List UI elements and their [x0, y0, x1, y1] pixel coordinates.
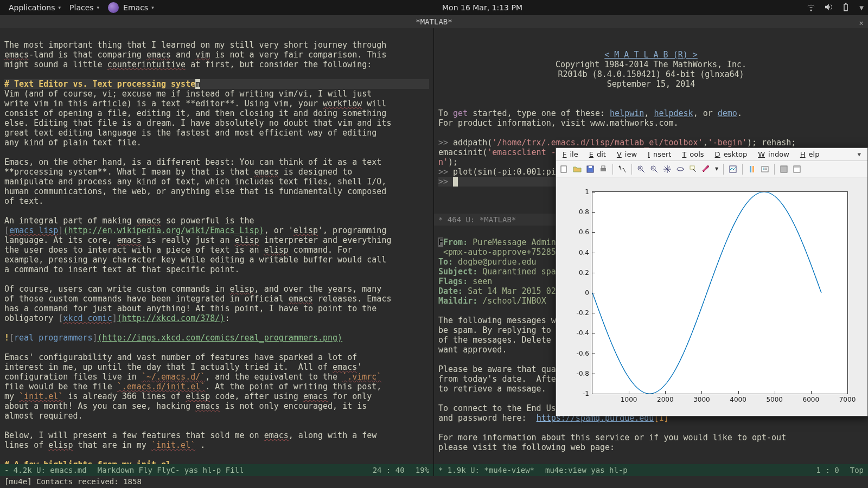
menu-desktop[interactable]: Desktop: [712, 149, 754, 159]
open-icon[interactable]: [571, 163, 583, 175]
svg-rect-15: [794, 166, 800, 168]
svg-rect-0: [561, 166, 566, 172]
clock[interactable]: Mon 16 Mar, 1:13 PM: [438, 3, 527, 12]
legend-icon[interactable]: [759, 163, 771, 175]
emacs-taskbar-entry[interactable]: Emacs▾: [104, 2, 158, 13]
ytick-label: -0.8: [577, 370, 592, 377]
svg-rect-3: [601, 168, 606, 171]
applications-menu[interactable]: Applications▾: [4, 3, 65, 12]
zoom-out-icon[interactable]: [648, 163, 660, 175]
figure-menubar-overflow-icon[interactable]: ▾: [854, 149, 864, 159]
show-tools-icon[interactable]: [791, 163, 803, 175]
save-icon[interactable]: [584, 163, 596, 175]
wifi-icon[interactable]: [806, 2, 816, 14]
left-buffer-emacs-md[interactable]: The most important thing that I learned …: [0, 28, 433, 464]
brush-dropdown-icon[interactable]: ▼: [713, 163, 720, 175]
brush-icon[interactable]: [700, 163, 712, 175]
svg-rect-13: [781, 166, 787, 172]
menu-insert[interactable]: Insert: [644, 149, 678, 159]
matlab-figure-window[interactable]: Figure 1 ▢ ✕ File Edit View Insert Tools…: [556, 147, 868, 416]
xtick-label: 6000: [803, 394, 820, 403]
menu-view[interactable]: View: [614, 149, 643, 159]
echo-area: [mu4e] Contacts received: 1858: [0, 476, 868, 488]
edit-plot-icon[interactable]: [616, 163, 628, 175]
sine-curve: [592, 192, 847, 394]
svg-rect-2: [589, 166, 592, 168]
xtick-label: 3000: [693, 394, 710, 403]
datacursor-icon[interactable]: [687, 163, 699, 175]
svg-rect-8: [690, 166, 694, 169]
ytick-label: -0.6: [577, 350, 592, 357]
ytick-label: 0.8: [579, 208, 592, 216]
svg-rect-4: [602, 166, 605, 168]
ytick-label: 0.6: [579, 228, 592, 236]
ytick-label: -0.4: [577, 329, 592, 337]
menu-file[interactable]: File: [559, 149, 585, 159]
hide-tools-icon[interactable]: [778, 163, 790, 175]
mu4e-modeline: * 1.9k U: *mu4e-view* mu4e:view yas hl-p…: [434, 464, 868, 476]
svg-rect-11: [752, 166, 754, 172]
xtick-label: 7000: [839, 394, 856, 403]
rotate3d-icon[interactable]: [674, 163, 686, 175]
svg-rect-10: [750, 166, 751, 172]
menu-help[interactable]: Help: [797, 149, 826, 159]
svg-rect-12: [762, 166, 768, 172]
print-icon[interactable]: [597, 163, 609, 175]
left-modeline: - 4.2k U: emacs.md Markdown Fly FlyC- ya…: [0, 464, 433, 476]
xtick-label: 1000: [621, 394, 637, 403]
xtick-label: 5000: [766, 394, 783, 403]
xtick-label: 2000: [657, 394, 674, 403]
figure-canvas[interactable]: -1-0.8-0.6-0.4-0.200.20.40.60.8110002000…: [560, 186, 858, 412]
user-menu-caret[interactable]: ▼: [859, 5, 864, 11]
emacs-window-title: *MATLAB* ✕: [0, 15, 868, 28]
gnome-top-panel: Applications▾ Places▾ Emacs▾ Mon 16 Mar,…: [0, 0, 868, 15]
zoom-in-icon[interactable]: [635, 163, 647, 175]
menu-tools[interactable]: Tools: [679, 149, 710, 159]
figure-menubar: File Edit View Insert Tools Desktop Wind…: [556, 148, 867, 161]
places-menu[interactable]: Places▾: [65, 3, 104, 12]
new-figure-icon[interactable]: [558, 163, 570, 175]
ytick-label: -0.2: [577, 309, 592, 317]
link-plot-icon[interactable]: [727, 163, 739, 175]
ytick-label: 0: [585, 289, 592, 297]
ytick-label: -1: [583, 390, 592, 397]
emacs-close-button[interactable]: ✕: [859, 16, 864, 29]
ytick-label: 0.2: [579, 269, 592, 277]
menu-window[interactable]: Window: [755, 149, 796, 159]
emacs-app-icon: [108, 2, 119, 13]
menu-edit[interactable]: Edit: [586, 149, 612, 159]
ytick-label: 0.4: [579, 249, 592, 256]
ytick-label: 1: [585, 188, 592, 196]
battery-icon[interactable]: [841, 2, 851, 14]
volume-icon[interactable]: [824, 2, 833, 14]
colorbar-icon[interactable]: [746, 163, 758, 175]
pan-icon[interactable]: [661, 163, 673, 175]
xtick-label: 4000: [730, 394, 746, 403]
plot-axes: -1-0.8-0.6-0.4-0.200.20.40.60.8110002000…: [592, 191, 848, 394]
figure-toolbar: ▼: [556, 161, 867, 177]
